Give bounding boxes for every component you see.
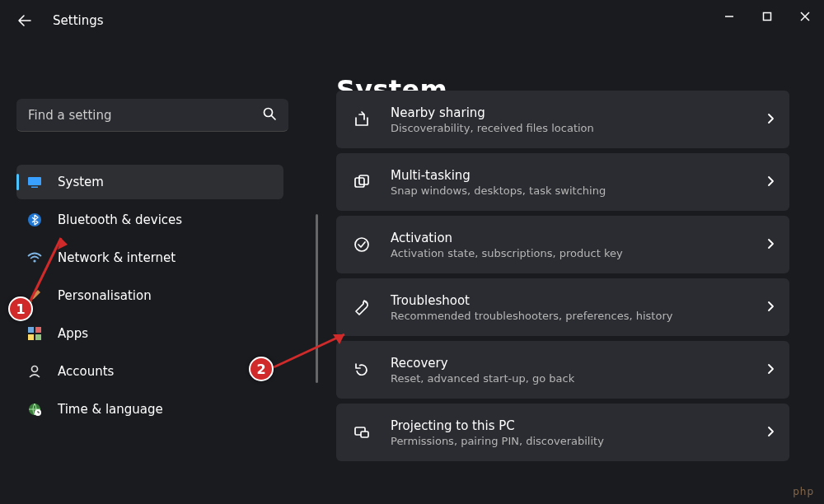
projecting-icon xyxy=(351,422,372,443)
sidebar-item-label: Apps xyxy=(58,326,88,341)
multitask-icon xyxy=(351,171,372,193)
sidebar-item-time-language[interactable]: Time & language xyxy=(16,392,283,427)
sidebar-item-label: Time & language xyxy=(58,402,163,417)
maximize-icon xyxy=(762,12,772,21)
svg-rect-22 xyxy=(361,432,368,437)
sidebar-item-system[interactable]: System xyxy=(16,165,283,199)
chevron-right-icon xyxy=(766,300,775,315)
svg-rect-13 xyxy=(28,334,34,340)
sidebar-item-label: Bluetooth & devices xyxy=(58,212,182,227)
card-title: Multi-tasking xyxy=(391,168,748,183)
back-arrow-icon xyxy=(17,13,32,28)
share-icon xyxy=(351,109,372,130)
card-subtitle: Discoverability, received files location xyxy=(391,122,748,134)
card-title: Nearby sharing xyxy=(391,105,748,120)
card-troubleshoot[interactable]: Troubleshoot Recommended troubleshooters… xyxy=(336,278,789,336)
svg-rect-12 xyxy=(35,327,41,333)
app-title: Settings xyxy=(53,13,104,28)
sidebar-item-label: Network & internet xyxy=(58,250,176,265)
svg-line-25 xyxy=(274,334,344,367)
settings-scroll-area: Nearby sharing Discoverability, received… xyxy=(336,124,801,488)
settings-card-list: Nearby sharing Discoverability, received… xyxy=(336,124,789,461)
svg-line-23 xyxy=(30,238,61,302)
card-multitasking[interactable]: Multi-tasking Snap windows, desktops, ta… xyxy=(336,153,789,211)
sidebar-item-label: System xyxy=(58,175,104,189)
svg-point-15 xyxy=(32,366,38,372)
sidebar-item-accounts[interactable]: Accounts xyxy=(16,354,283,389)
close-button[interactable] xyxy=(786,0,824,33)
maximize-button[interactable] xyxy=(748,0,786,33)
svg-rect-7 xyxy=(31,187,38,189)
check-circle-icon xyxy=(351,234,372,255)
card-subtitle: Reset, advanced start-up, go back xyxy=(391,372,748,385)
search-icon xyxy=(262,106,277,124)
svg-rect-6 xyxy=(28,177,41,185)
person-icon xyxy=(26,363,43,380)
close-icon xyxy=(800,12,810,21)
apps-icon xyxy=(26,325,43,342)
svg-point-20 xyxy=(355,238,368,251)
titlebar xyxy=(0,0,824,33)
sidebar-item-apps[interactable]: Apps xyxy=(16,316,283,351)
card-title: Recovery xyxy=(391,356,748,371)
svg-rect-11 xyxy=(28,327,34,333)
card-subtitle: Activation state, subscriptions, product… xyxy=(391,247,748,259)
card-subtitle: Snap windows, desktops, task switching xyxy=(391,184,748,197)
bluetooth-icon xyxy=(26,212,43,228)
annotation-arrow-2 xyxy=(269,328,359,377)
svg-line-5 xyxy=(272,115,276,119)
main-content: System Nearby sharing Discoverability, r… xyxy=(297,33,824,504)
card-activation[interactable]: Activation Activation state, subscriptio… xyxy=(336,216,789,273)
wrench-icon xyxy=(351,296,372,318)
system-icon xyxy=(26,174,43,190)
card-projecting[interactable]: Projecting to this PC Permissions, pairi… xyxy=(336,404,789,461)
watermark: php xyxy=(793,486,814,497)
chevron-right-icon xyxy=(766,175,775,190)
annotation-badge-1: 1 xyxy=(8,296,33,321)
svg-rect-1 xyxy=(764,13,771,21)
annotation-badge-2: 2 xyxy=(249,357,274,381)
card-subtitle: Recommended troubleshooters, preferences… xyxy=(391,310,748,322)
card-title: Projecting to this PC xyxy=(391,418,748,433)
card-subtitle: Permissions, pairing PIN, discoverabilit… xyxy=(391,435,748,447)
minimize-button[interactable] xyxy=(710,0,748,33)
chevron-right-icon xyxy=(766,237,775,253)
svg-rect-14 xyxy=(35,334,41,340)
card-nearby-sharing[interactable]: Nearby sharing Discoverability, received… xyxy=(336,91,789,148)
annotation-arrow-1 xyxy=(25,226,74,309)
card-title: Activation xyxy=(391,231,748,245)
search-input[interactable] xyxy=(28,108,262,123)
sidebar-item-label: Accounts xyxy=(58,364,114,379)
search-input-wrap[interactable] xyxy=(16,99,288,132)
globe-clock-icon xyxy=(26,401,43,418)
chevron-right-icon xyxy=(766,425,775,441)
card-title: Troubleshoot xyxy=(391,293,748,308)
minimize-icon xyxy=(724,12,734,21)
back-button[interactable] xyxy=(15,11,35,30)
chevron-right-icon xyxy=(766,362,775,378)
card-recovery[interactable]: Recovery Reset, advanced start-up, go ba… xyxy=(336,341,789,399)
chevron-right-icon xyxy=(766,112,775,128)
